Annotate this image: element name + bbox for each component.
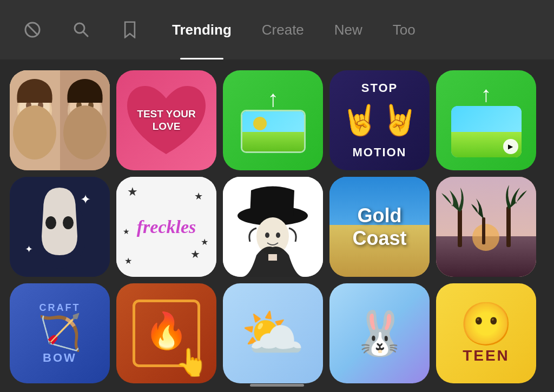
gold-coast-line2: Coast — [352, 227, 406, 249]
tab-trending[interactable]: Trending — [157, 0, 247, 59]
svg-rect-25 — [268, 254, 277, 261]
svg-text:✦: ✦ — [80, 192, 91, 207]
stop-motion-bottom-label: MOTION — [353, 145, 407, 160]
tab-create[interactable]: Create — [247, 0, 319, 59]
stop-motion-top-label: STOP — [361, 81, 398, 95]
hand-icon-left: 🤘 — [341, 103, 379, 138]
black-hat-tile[interactable] — [223, 177, 323, 277]
grid-row-1: TEST YOUR LOVE ↑ STOP 🤘 🤘 MOTION — [10, 70, 544, 170]
svg-point-15 — [63, 105, 107, 160]
play-icon: ▶ — [503, 139, 518, 154]
svg-rect-31 — [458, 209, 462, 247]
freckles-label: freckles — [137, 217, 196, 237]
test-love-tile[interactable]: TEST YOUR LOVE — [116, 70, 216, 170]
svg-point-27 — [276, 232, 280, 238]
grid-row-3: CRAFT 🏹 BOW 🔥 👆 ⛅ 🐰 — [10, 283, 544, 383]
craft-bow-tile[interactable]: CRAFT 🏹 BOW — [10, 283, 110, 383]
love-line1: TEST YOUR — [137, 108, 195, 121]
teen-label: TEEN — [463, 347, 510, 364]
svg-point-30 — [472, 224, 499, 251]
block-icon[interactable] — [16, 14, 49, 46]
gold-coast-tile[interactable]: Gold Coast — [329, 177, 430, 277]
tab-tools[interactable]: Too — [378, 0, 431, 59]
craft-bow-icon: 🏹 — [38, 315, 82, 350]
face-right — [60, 70, 110, 170]
cloud-character-icon: ⛅ — [241, 308, 305, 359]
svg-point-9 — [13, 105, 56, 160]
teen-face-icon: 😶 — [460, 303, 512, 345]
upload-arrow-icon: ↑ — [267, 88, 279, 110]
hand-icon-right: 🤘 — [381, 103, 418, 138]
svg-rect-33 — [482, 217, 485, 244]
bunny-icon: 🐰 — [353, 312, 407, 355]
craft-top-label: CRAFT — [39, 302, 81, 314]
freckles-tile[interactable]: freckles ★ ★ ★ ★ ★ ★ — [116, 177, 216, 277]
teen-tile[interactable]: 😶 TEEN — [436, 283, 536, 383]
bookmark-icon[interactable] — [114, 14, 146, 46]
avatar-mask-tile[interactable]: ✦ ✦ — [10, 177, 110, 277]
love-line2: LOVE — [137, 121, 195, 133]
hand-pointing-icon: 👆 — [175, 347, 208, 378]
face-left — [10, 70, 60, 170]
svg-point-18 — [45, 216, 56, 229]
gold-coast-line1: Gold — [352, 204, 406, 227]
app-grid: TEST YOUR LOVE ↑ STOP 🤘 🤘 MOTION — [0, 59, 554, 392]
svg-rect-32 — [506, 207, 511, 247]
scroll-indicator — [250, 384, 304, 387]
svg-text:✦: ✦ — [25, 244, 33, 255]
stop-motion-tile[interactable]: STOP 🤘 🤘 MOTION — [329, 70, 430, 170]
svg-line-3 — [83, 32, 88, 36]
photo-upload2-tile[interactable]: ↑ ▶ — [436, 70, 536, 170]
svg-line-1 — [27, 24, 38, 35]
bunny-tile[interactable]: 🐰 — [329, 283, 430, 383]
face-compare-tile[interactable] — [10, 70, 110, 170]
grid-row-2: ✦ ✦ freckles ★ ★ ★ ★ ★ ★ — [10, 177, 544, 277]
top-navigation: Trending Create New Too — [0, 0, 554, 59]
fire-match-tile[interactable]: 🔥 👆 — [116, 283, 216, 383]
tab-new[interactable]: New — [319, 0, 378, 59]
upload2-arrow-icon: ↑ — [481, 83, 492, 105]
svg-point-26 — [265, 232, 269, 238]
palm-sunset-tile[interactable] — [436, 177, 536, 277]
svg-point-19 — [63, 216, 74, 229]
photo-upload-tile[interactable]: ↑ — [223, 70, 323, 170]
craft-bottom-label: BOW — [43, 351, 77, 365]
fire-icon: 🔥 — [144, 313, 188, 348]
search-icon[interactable] — [65, 14, 97, 46]
cloud-char-tile[interactable]: ⛅ — [223, 283, 323, 383]
